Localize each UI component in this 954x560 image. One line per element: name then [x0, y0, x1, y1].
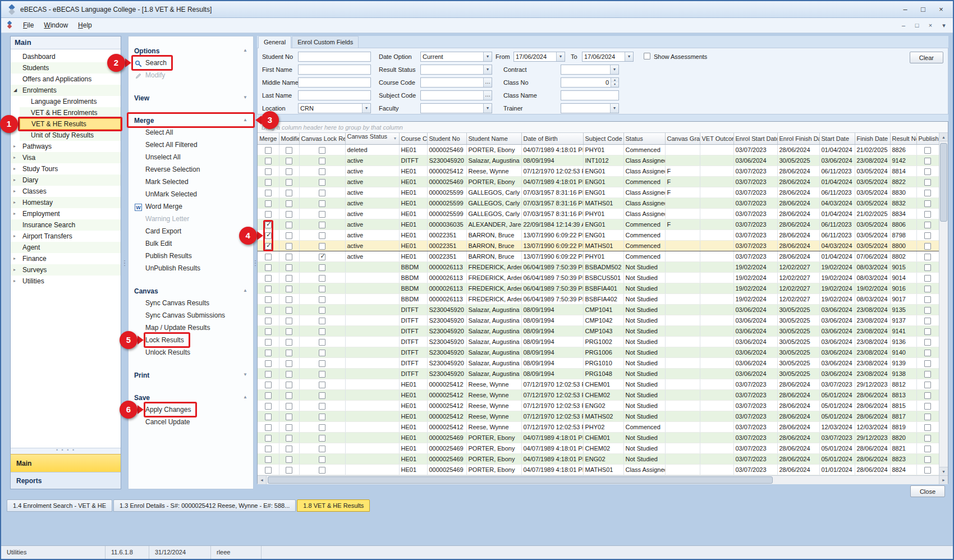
modified-checkbox[interactable]: [286, 318, 292, 324]
publish-checkbox[interactable]: [924, 222, 931, 228]
modified-checkbox[interactable]: [286, 371, 292, 378]
merge-checkbox[interactable]: [265, 392, 272, 399]
modified-checkbox[interactable]: [286, 382, 292, 388]
modified-checkbox[interactable]: [286, 392, 292, 399]
merge-checkbox[interactable]: [265, 211, 272, 218]
table-row[interactable]: DITFTS230045920Salazar, Augustina08/09/1…: [258, 358, 939, 369]
nav-item-employment[interactable]: ▸Employment: [11, 208, 121, 219]
merge-checkbox[interactable]: [265, 232, 272, 239]
student-no-input[interactable]: [298, 52, 371, 62]
canvas_lock-checkbox[interactable]: [319, 467, 325, 474]
merge-checkbox[interactable]: [265, 190, 272, 196]
mdi-tab-1-3-enrol-details[interactable]: 1.3 Enrol Details - S#: 0000025412 Reese…: [113, 499, 296, 512]
nav-item-enrolments[interactable]: ◢Enrolments: [11, 85, 121, 96]
publish-checkbox[interactable]: [924, 264, 931, 271]
collapse-section-icon[interactable]: ▲: [243, 284, 247, 297]
column-header-subject-code[interactable]: Subject Code: [583, 133, 623, 145]
chevron-down-icon[interactable]: ▾: [556, 52, 565, 61]
expand-section-icon[interactable]: ▼: [243, 91, 247, 104]
vertical-scrollbar-thumb[interactable]: [940, 143, 947, 222]
publish-checkbox[interactable]: [924, 147, 931, 154]
action-item-map-update-results[interactable]: Map / Update Results: [145, 322, 214, 334]
table-row[interactable]: HE010000025469PORTER, Ebony04/07/1989 4:…: [258, 454, 939, 465]
menu-file[interactable]: File: [18, 20, 39, 31]
table-row[interactable]: DITFTS230045920Salazar, Augustina08/09/1…: [258, 305, 939, 315]
menu-window[interactable]: Window: [39, 20, 73, 31]
canvas_lock-checkbox[interactable]: [319, 147, 325, 154]
trainer-select[interactable]: ▾: [561, 103, 619, 113]
section-header-view[interactable]: View▼: [129, 91, 253, 104]
canvas_lock-checkbox[interactable]: [319, 382, 325, 388]
modified-checkbox[interactable]: [286, 147, 292, 154]
action-item-sync-canvas-results[interactable]: Sync Canvas Results: [145, 297, 214, 309]
mdi-close-icon[interactable]: ×: [925, 20, 936, 30]
expand-icon[interactable]: ▸: [13, 175, 21, 186]
publish-checkbox[interactable]: [924, 435, 931, 442]
modified-checkbox[interactable]: [286, 403, 292, 410]
table-row[interactable]: HE010000025412Reese, Wynne07/12/1970 12:…: [258, 411, 939, 422]
merge-checkbox[interactable]: [265, 179, 272, 186]
nav-item-visa[interactable]: ▸Visa: [11, 152, 121, 163]
merge-checkbox[interactable]: [265, 382, 272, 388]
action-item-unselect-all[interactable]: Unselect All: [145, 151, 185, 163]
publish-checkbox[interactable]: [924, 307, 931, 314]
column-header-enrol-finish[interactable]: Enrol Finish Date: [777, 133, 819, 145]
merge-checkbox[interactable]: [265, 467, 272, 474]
mdi-minimize-icon[interactable]: –: [898, 20, 909, 30]
canvas_lock-checkbox[interactable]: [319, 190, 325, 196]
action-item-unmark-selected[interactable]: UnMark Selected: [145, 188, 201, 200]
ellipsis-icon[interactable]: …: [483, 91, 492, 100]
chevron-down-icon[interactable]: ▾: [625, 52, 633, 61]
publish-checkbox[interactable]: [924, 360, 931, 367]
nav-item-vet-he-enrolments[interactable]: VET & HE Enrolments: [20, 107, 121, 118]
modified-checkbox[interactable]: [286, 158, 292, 164]
scroll-down-icon[interactable]: ▼: [939, 467, 948, 475]
from-date-select[interactable]: 17/06/2024 ▾: [513, 52, 565, 62]
modified-checkbox[interactable]: [286, 467, 292, 474]
action-item-search[interactable]: Search: [133, 57, 171, 69]
merge-checkbox[interactable]: [265, 339, 272, 346]
action-item-bulk-edit[interactable]: Bulk Edit: [145, 237, 176, 250]
canvas_lock-checkbox[interactable]: [319, 243, 325, 250]
column-header-publish[interactable]: Publish: [916, 133, 939, 145]
modified-checkbox[interactable]: [286, 339, 292, 346]
publish-checkbox[interactable]: [924, 382, 931, 388]
modified-checkbox[interactable]: [286, 296, 292, 303]
class-name-input[interactable]: [561, 90, 619, 100]
canvas_lock-checkbox[interactable]: [319, 435, 325, 442]
action-item-cancel-update[interactable]: Cancel Update: [145, 416, 194, 428]
column-header-canvas-status[interactable]: Canvas Status▼: [345, 133, 399, 145]
table-row[interactable]: HE010000025469PORTER, Ebony04/07/1989 4:…: [258, 443, 939, 454]
collapse-section-icon[interactable]: ▲: [243, 391, 247, 403]
modified-checkbox[interactable]: [286, 243, 292, 250]
publish-checkbox[interactable]: [924, 403, 931, 410]
location-select[interactable]: CRN ▾: [298, 103, 371, 113]
expand-icon[interactable]: ▸: [13, 264, 21, 276]
scroll-right-icon[interactable]: ►: [939, 476, 948, 484]
spin-up-icon[interactable]: ▴: [611, 78, 618, 82]
expand-icon[interactable]: ▸: [13, 276, 21, 287]
publish-checkbox[interactable]: [924, 467, 931, 474]
modified-checkbox[interactable]: [286, 424, 292, 431]
table-row[interactable]: activeDITFTS230045920Salazar, Augustina0…: [258, 155, 939, 166]
modified-checkbox[interactable]: [286, 360, 292, 367]
merge-checkbox[interactable]: [265, 168, 272, 175]
splitter-handle[interactable]: ⋮: [121, 36, 128, 489]
publish-checkbox[interactable]: [924, 275, 931, 282]
merge-checkbox[interactable]: [265, 371, 272, 378]
table-row[interactable]: DITFTS230045920Salazar, Augustina08/09/1…: [258, 337, 939, 347]
canvas_lock-checkbox[interactable]: [319, 264, 325, 271]
table-row[interactable]: HE010000025412Reese, Wynne07/12/1970 12:…: [258, 390, 939, 401]
table-row[interactable]: DITFTS230045920Salazar, Augustina08/09/1…: [258, 347, 939, 358]
canvas_lock-checkbox[interactable]: [319, 360, 325, 367]
table-row[interactable]: HE010000025469PORTER, Ebony04/07/1989 4:…: [258, 465, 939, 475]
scroll-left-icon[interactable]: ◄: [258, 476, 267, 484]
publish-checkbox[interactable]: [924, 254, 931, 260]
collapse-section-icon[interactable]: ▲: [243, 114, 247, 126]
table-row[interactable]: deletedHE010000025469PORTER, Ebony04/07/…: [258, 145, 939, 155]
menu-help[interactable]: Help: [73, 20, 97, 31]
publish-checkbox[interactable]: [924, 318, 931, 324]
nav-item-surveys[interactable]: ▸Surveys: [11, 264, 121, 276]
nav-item-study-tours[interactable]: ▸Study Tours: [11, 163, 121, 175]
column-header-canvas-lock[interactable]: Canvas Lock Result: [299, 133, 345, 145]
